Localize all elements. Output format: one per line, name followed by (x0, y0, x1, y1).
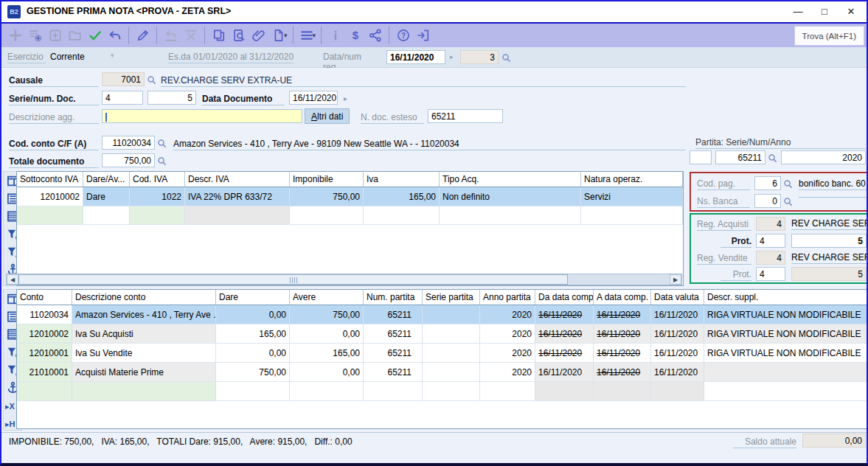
share-icon[interactable] (365, 26, 385, 45)
prot-acquisti-num-field[interactable]: 5 (791, 234, 867, 248)
help-icon[interactable]: ? (393, 26, 413, 45)
ns-banca-search-icon[interactable] (783, 196, 794, 207)
totale-search-icon[interactable] (157, 156, 167, 167)
column-header-imponibile[interactable]: Imponibile (290, 172, 364, 187)
find-button[interactable]: Trova (Alt+F1) (794, 26, 864, 46)
reg-vendite-field[interactable]: 4 (756, 251, 785, 265)
iva-grid-empty-row[interactable] (17, 206, 683, 225)
cod-pag-field[interactable]: 6 (754, 176, 781, 190)
attachments-icon[interactable] (249, 26, 268, 45)
cell (185, 206, 290, 224)
reg-number-field[interactable]: 3 (460, 50, 499, 64)
ndoc-esteso-field[interactable]: 65211 (428, 109, 503, 123)
column-header-iva[interactable]: Iva (364, 172, 440, 187)
column-header-cod-iva[interactable]: Cod. IVA (130, 172, 185, 187)
column-header-anno-partita[interactable]: Anno partita (480, 290, 535, 305)
exit-icon[interactable] (413, 26, 433, 45)
column-header-num-partita[interactable]: Num. partita (364, 290, 423, 305)
column-header-a-data-comp[interactable]: A data comp. (594, 290, 651, 305)
iva-grid-row[interactable]: 12010002 Dare 1022 IVA 22% DPR 633/72 75… (17, 187, 683, 206)
document-menu-caret-icon[interactable]: ▾ (284, 32, 288, 39)
cell-a-data-comp: 16/11/2020 (594, 305, 651, 324)
scroll-left-icon[interactable]: ◀ (7, 274, 18, 285)
close-button[interactable]: ✕ (839, 1, 864, 22)
iva-grid-hscrollbar[interactable]: ◀ ▶ (6, 274, 682, 285)
conti-grid-row[interactable]: 21010001 Acquisti Materie Prime 750,00 0… (17, 363, 868, 382)
date-next-icon[interactable]: ▸ (344, 94, 347, 102)
open-folder-icon[interactable] (65, 26, 85, 45)
column-header-natura-operaz[interactable]: Natura operaz. (581, 172, 683, 187)
partita-numero-field[interactable]: 65211 (715, 150, 765, 164)
altri-dati-button[interactable]: AAltri datiltri dati (305, 108, 350, 124)
cancel-row-icon[interactable] (181, 26, 201, 45)
column-header-da-data-comp[interactable]: Da data comp. (535, 290, 594, 305)
cell-descrizione: Amazon Services - 410 , Terry Ave … (72, 305, 216, 324)
column-header-dare[interactable]: Dare (216, 290, 290, 305)
cell-conto: 11020034 (17, 305, 72, 324)
prot-vendite-num-field[interactable]: 5 (791, 267, 867, 281)
partita-serie-field[interactable] (690, 150, 712, 164)
prot-acquisti-serie-field[interactable]: 4 (756, 234, 785, 248)
partita-search-icon[interactable] (768, 153, 778, 164)
prot-vendite-serie-field[interactable]: 4 (756, 267, 785, 281)
data-documento-field[interactable]: 16/11/2020 (289, 91, 338, 105)
cell-sottoconto: 12010002 (17, 187, 83, 206)
serie-doc-field[interactable]: 4 (102, 91, 143, 105)
descrizione-agg-field[interactable] (102, 109, 302, 123)
cell-num-partita: 65211 (364, 305, 423, 324)
new-from-template-icon[interactable] (25, 26, 45, 45)
reg-acquisti-field[interactable]: 4 (756, 217, 785, 231)
new-record-icon[interactable] (5, 26, 25, 45)
cell-a-data-comp: 16/11/2020 (594, 324, 651, 343)
causale-code-field[interactable]: 7001 (102, 72, 145, 86)
next-record-icon[interactable]: ▸ (450, 53, 454, 60)
chevron-down-icon[interactable]: ▾ (111, 52, 114, 59)
minimize-button[interactable]: — (785, 1, 810, 22)
column-header-serie-partita[interactable]: Serie partita (423, 290, 480, 305)
column-header-dare-avere[interactable]: Dare/Av... (83, 172, 130, 187)
column-header-tipo-acq[interactable]: Tipo Acq. (440, 172, 581, 187)
cod-conto-field[interactable]: 11020034 (102, 136, 155, 150)
insert-detail-icon[interactable] (45, 26, 65, 45)
conti-grid-row[interactable]: 11020034 Amazon Services - 410 , Terry A… (17, 305, 868, 324)
esercizio-select[interactable]: Corrente (50, 52, 85, 62)
maximize-button[interactable]: □ (812, 1, 837, 22)
cell-serie-partita (423, 305, 480, 324)
column-header-descr-suppl[interactable]: Descr. suppl. (704, 290, 868, 305)
edit-icon[interactable] (133, 26, 153, 45)
undo-icon[interactable] (105, 26, 125, 45)
cell-num-partita: 65211 (364, 344, 423, 362)
svg-text:?: ? (401, 32, 406, 40)
preview-icon[interactable] (229, 26, 249, 45)
cod-conto-search-icon[interactable] (157, 138, 167, 149)
column-header-descrizione-conto[interactable]: Descrizione conto (72, 290, 216, 305)
conti-grid-empty-row[interactable] (17, 382, 868, 401)
conto-description: Amazon Services - 410 , Terry Ave - 9810… (173, 139, 686, 150)
currency-icon[interactable]: $ (345, 26, 365, 45)
cell (83, 206, 130, 224)
cell-num-partita: 65211 (364, 324, 423, 343)
causale-search-icon[interactable] (147, 74, 157, 86)
column-header-sottoconto-iva[interactable]: Sottoconto IVA (17, 172, 83, 187)
restore-row-icon[interactable] (161, 26, 181, 45)
partita-anno-field[interactable]: 2020 (781, 150, 866, 164)
reg-date-field[interactable]: 16/11/2020 (386, 50, 445, 64)
reg-number-search-icon[interactable] (501, 52, 512, 63)
cell-avere: 165,00 (290, 344, 364, 362)
conti-grid-row[interactable]: 12010002 Iva Su Acquisti 165,00 0,00 652… (17, 324, 868, 344)
conti-grid-row[interactable]: 12010001 Iva Su Vendite 0,00 165,00 6521… (17, 344, 868, 363)
copy-icon[interactable] (209, 26, 229, 45)
column-header-descr-iva[interactable]: Descr. IVA (185, 172, 290, 187)
scroll-right-icon[interactable]: ▶ (670, 274, 681, 285)
main-menu-caret-icon[interactable]: ▾ (313, 32, 316, 39)
numero-doc-field[interactable]: 5 (147, 91, 196, 105)
column-header-data-valuta[interactable]: Data valuta (651, 290, 704, 305)
column-header-conto[interactable]: Conto (17, 290, 72, 305)
scrollbar-thumb[interactable] (18, 274, 568, 285)
cod-pag-search-icon[interactable] (783, 178, 794, 189)
confirm-icon[interactable] (85, 26, 105, 45)
column-header-avere[interactable]: Avere (290, 290, 364, 305)
totale-documento-field[interactable]: 750,00 (102, 153, 155, 167)
ns-banca-field[interactable]: 0 (754, 194, 781, 208)
info-icon[interactable] (325, 26, 345, 45)
